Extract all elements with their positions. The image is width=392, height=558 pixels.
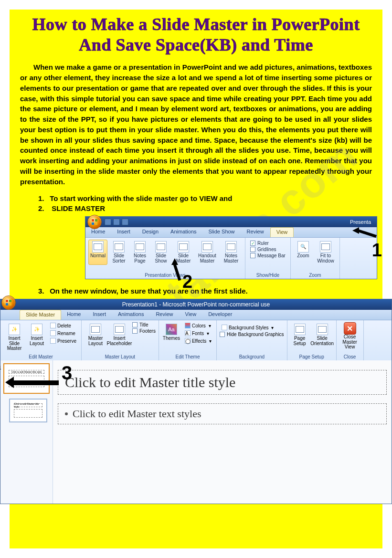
page-setup-button[interactable]: Page Setup (290, 322, 309, 347)
svg-rect-7 (173, 264, 181, 281)
insert-slide-master-button[interactable]: ✨Insert Slide Master (3, 322, 25, 353)
tab-design[interactable]: Design (137, 227, 165, 237)
notes-master-button[interactable]: Notes Master (220, 240, 242, 265)
tab-view-2[interactable]: View (180, 310, 203, 320)
rename-button[interactable]: Rename (48, 330, 78, 337)
fonts-button[interactable]: AFonts ▾ (183, 330, 213, 337)
quick-access-toolbar[interactable] (105, 219, 128, 225)
tab-review[interactable]: Review (241, 227, 270, 237)
tab-home-2[interactable]: Home (61, 310, 87, 320)
group-label-close: Close (339, 353, 360, 359)
ribbon-tabs-2: Slide Master Home Insert Animations Revi… (0, 310, 392, 320)
svg-rect-13 (13, 380, 59, 385)
callout-arrow-2: 2 (170, 258, 194, 289)
titlebar: Presenta (85, 217, 377, 227)
normal-button[interactable]: Normal (88, 240, 107, 265)
callout-arrow-1: 1 (352, 226, 381, 261)
group-label-zoom: Zoom (294, 272, 337, 278)
svg-rect-5 (358, 230, 377, 238)
screenshot-view-ribbon: Presenta Home Insert Design Animations S… (85, 216, 377, 279)
editor-area: 1 Click to edit Master title style Click… (0, 360, 392, 504)
group-label-edit-theme: Edit Theme (162, 353, 213, 359)
group-label-background: Background (220, 353, 284, 359)
ribbon-tabs: Home Insert Design Animations Slide Show… (85, 227, 377, 238)
step-list: 1. To start working with the slide maste… (10, 190, 382, 213)
svg-rect-3 (95, 222, 97, 225)
tab-review-2[interactable]: Review (150, 310, 179, 320)
insert-placeholder-button[interactable]: Insert Placeholder (108, 322, 130, 347)
effects-button[interactable]: ◯Effects ▾ (183, 337, 213, 344)
step-1: 1. To start working with the slide maste… (38, 193, 372, 203)
zoom-button[interactable]: 🔍Zoom (294, 240, 313, 265)
tab-slideshow[interactable]: Slide Show (203, 227, 241, 237)
tab-slide-master[interactable]: Slide Master (20, 310, 61, 320)
tab-developer[interactable]: Developer (202, 310, 238, 320)
tab-animations[interactable]: Animations (165, 227, 202, 237)
app-title-2: Presentation1 - Microsoft PowerPoint non… (122, 301, 270, 308)
app-title: Presenta (350, 219, 374, 225)
group-label-presentation-views: Presentation Views (88, 272, 242, 278)
group-label-page-setup: Page Setup (290, 353, 333, 359)
svg-rect-10 (6, 303, 8, 305)
group-label-master-layout: Master Layout (85, 353, 156, 359)
slide-orientation-button[interactable]: Slide Orientation (311, 322, 333, 347)
svg-rect-8 (6, 300, 8, 302)
master-layout-button[interactable]: Master Layout (85, 322, 106, 347)
insert-layout-button[interactable]: ✨Insert Layout (27, 322, 46, 353)
group-label-showhide: Show/Hide (248, 272, 287, 278)
fit-to-window-button[interactable]: Fit to Window (315, 240, 337, 265)
group-label-edit-master: Edit Master (3, 353, 78, 359)
master-title-placeholder[interactable]: Click to edit Master title style (58, 370, 387, 395)
master-body-placeholder[interactable]: Click to edit Master text styles (58, 403, 387, 424)
slide-sorter-button[interactable]: Slide Sorter (109, 240, 128, 265)
tab-animations-2[interactable]: Animations (112, 310, 150, 320)
close-master-view-button[interactable]: ✕Close Master View (339, 322, 360, 350)
delete-button[interactable]: Delete (48, 322, 78, 329)
gridlines-checkbox[interactable]: Gridlines (250, 247, 286, 252)
svg-rect-1 (95, 219, 97, 221)
office-orb-icon[interactable] (1, 295, 16, 310)
messagebar-checkbox[interactable]: Message Bar (250, 253, 286, 258)
svg-rect-9 (9, 300, 11, 302)
titlebar-2: Presentation1 - Microsoft PowerPoint non… (0, 299, 392, 310)
thumbnail-pane[interactable]: 1 Click to edit Master title style Click… (0, 360, 53, 504)
svg-rect-2 (92, 222, 94, 225)
svg-marker-4 (352, 227, 359, 234)
colors-button[interactable]: Colors ▾ (183, 322, 213, 329)
tab-insert-2[interactable]: Insert (87, 310, 112, 320)
tab-home[interactable]: Home (85, 227, 111, 237)
svg-rect-11 (9, 303, 11, 305)
footers-checkbox[interactable]: Footers (132, 328, 156, 334)
background-styles-button[interactable]: Background Styles ▾ (220, 324, 284, 331)
tab-insert[interactable]: Insert (111, 227, 137, 237)
step-3: 3. On the new window, be sure that you a… (10, 283, 382, 297)
title-checkbox[interactable]: Title (132, 322, 156, 327)
handout-master-button[interactable]: Handout Master (196, 240, 218, 265)
svg-rect-0 (92, 219, 94, 221)
notes-page-button[interactable]: Notes Page (130, 240, 149, 265)
tab-view[interactable]: View (270, 227, 294, 237)
slide-show-button[interactable]: Slide Show (151, 240, 170, 265)
intro-paragraph: When we make a game or a presentation in… (10, 62, 382, 190)
preserve-button[interactable]: Preserve (48, 337, 78, 344)
screenshot-slide-master: Presentation1 - Microsoft PowerPoint non… (0, 299, 392, 504)
document-title: How to Make a Slide Master in PowerPoint… (10, 10, 382, 62)
svg-marker-12 (5, 377, 14, 388)
slide-canvas[interactable]: Click to edit Master title style Click t… (53, 360, 392, 504)
step-2: 2. SLIDE MASTER (38, 203, 372, 213)
themes-button[interactable]: AaThemes (162, 322, 181, 344)
ruler-checkbox[interactable]: ✓Ruler (250, 241, 286, 246)
thumbnail-2[interactable]: Click to edit Master title style (9, 399, 47, 422)
hide-bg-graphics-checkbox[interactable]: Hide Background Graphics (220, 332, 284, 337)
